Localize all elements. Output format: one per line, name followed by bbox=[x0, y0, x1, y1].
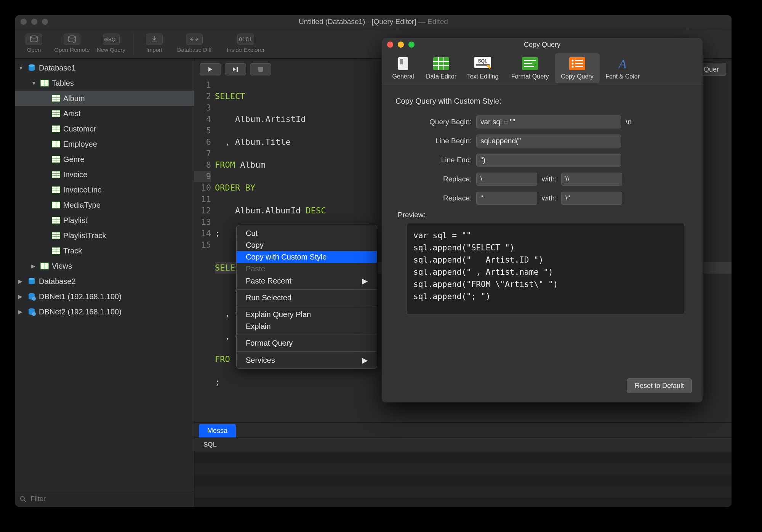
label-with: with: bbox=[542, 194, 557, 202]
svg-rect-28 bbox=[524, 66, 534, 67]
filter-input[interactable] bbox=[30, 495, 189, 503]
menu-paste: Paste bbox=[237, 263, 377, 275]
menu-copy[interactable]: Copy bbox=[237, 239, 377, 251]
input-replace2-from[interactable] bbox=[476, 192, 537, 205]
database-icon bbox=[26, 34, 42, 45]
tree-item-dbnet1[interactable]: ▶ DBNet1 (192.168.1.100) bbox=[15, 289, 194, 304]
svg-rect-16 bbox=[400, 59, 403, 64]
run-button[interactable] bbox=[200, 63, 221, 75]
tree-item-table-genre[interactable]: Genre bbox=[15, 152, 194, 167]
menu-copy-custom-style[interactable]: Copy with Custom Style bbox=[237, 251, 377, 263]
menu-explain-query-plan[interactable]: Explain Query Plan bbox=[237, 309, 377, 320]
open-remote-button[interactable]: Open Remote bbox=[51, 34, 93, 53]
menu-services[interactable]: Services▶ bbox=[237, 354, 377, 366]
tree-item-table-track[interactable]: Track bbox=[15, 243, 194, 258]
label-replace: Replace: bbox=[395, 194, 472, 202]
result-header-sql: SQL bbox=[194, 437, 732, 452]
minimize-icon[interactable] bbox=[31, 19, 37, 25]
tree-item-database1[interactable]: ▼ Database1 bbox=[15, 60, 194, 75]
input-query-begin[interactable] bbox=[476, 115, 621, 128]
svg-point-6 bbox=[29, 278, 35, 280]
menu-separator bbox=[237, 306, 377, 306]
tree-item-table-playlisttrack[interactable]: PlaylistTrack bbox=[15, 228, 194, 243]
input-line-begin[interactable] bbox=[476, 135, 621, 147]
row-line-end: Line End: bbox=[395, 154, 689, 167]
menu-format-query[interactable]: Format Query bbox=[237, 337, 377, 349]
run-step-button[interactable] bbox=[225, 63, 246, 75]
sql-text: SQL bbox=[108, 37, 118, 42]
menu-run-selected[interactable]: Run Selected bbox=[237, 292, 377, 304]
svg-point-10 bbox=[32, 312, 36, 316]
tab-font-color[interactable]: A Font & Color bbox=[600, 53, 645, 83]
svg-rect-33 bbox=[575, 60, 583, 61]
svg-point-30 bbox=[572, 59, 574, 61]
tree-item-table-invoice[interactable]: Invoice bbox=[15, 167, 194, 182]
window-title-main: Untitled (Database1) - [Query Editor] bbox=[299, 18, 416, 26]
sql-edit-icon: SQL bbox=[474, 56, 491, 71]
table-icon bbox=[52, 217, 60, 224]
menu-explain[interactable]: Explain bbox=[237, 320, 377, 332]
tree-item-dbnet2[interactable]: ▶ DBNet2 (192.168.1.100) bbox=[15, 304, 194, 319]
svg-point-1 bbox=[69, 36, 75, 38]
table-icon bbox=[52, 186, 60, 193]
reset-button[interactable]: Reset to Default bbox=[627, 378, 692, 393]
sidebar: ▼ Database1 ▼ Tables Album Artist Custom… bbox=[15, 59, 194, 507]
svg-text:SQL: SQL bbox=[478, 58, 488, 64]
tree-item-tables[interactable]: ▼ Tables bbox=[15, 75, 194, 91]
table-icon bbox=[52, 171, 60, 178]
line-gutter: 123456789101112131415 bbox=[194, 79, 215, 422]
tree-item-table-mediatype[interactable]: MediaType bbox=[15, 197, 194, 213]
input-replace1-from[interactable] bbox=[476, 173, 537, 186]
prefs-heading: Copy Query with Custom Style: bbox=[395, 97, 689, 106]
menu-separator bbox=[237, 289, 377, 290]
tree-item-database2[interactable]: ▶ Database2 bbox=[15, 274, 194, 289]
tree-item-table-employee[interactable]: Employee bbox=[15, 136, 194, 152]
database-diff-button[interactable]: Database Diff bbox=[171, 34, 217, 53]
tab-messages[interactable]: Messa bbox=[199, 424, 236, 437]
open-button[interactable]: Open bbox=[21, 34, 47, 53]
tree-item-views[interactable]: ▶ Views bbox=[15, 258, 194, 274]
diff-icon bbox=[186, 34, 203, 45]
tree-label: Database2 bbox=[39, 277, 76, 286]
database-remote-icon bbox=[64, 34, 80, 45]
chevron-down-icon: ▼ bbox=[31, 80, 37, 86]
traffic-lights bbox=[21, 19, 48, 25]
menu-cut[interactable]: Cut bbox=[237, 228, 377, 239]
tree-item-table-playlist[interactable]: Playlist bbox=[15, 213, 194, 228]
label-line-begin: Line Begin: bbox=[395, 137, 472, 145]
tree-label: Tables bbox=[52, 79, 74, 88]
input-line-end[interactable] bbox=[476, 154, 621, 167]
input-replace2-to[interactable] bbox=[561, 192, 622, 205]
list-icon bbox=[569, 56, 586, 71]
tree-label: DBNet1 (192.168.1.100) bbox=[39, 292, 122, 301]
input-replace1-to[interactable] bbox=[561, 173, 622, 186]
label-query-begin: Query Begin: bbox=[395, 118, 472, 126]
switch-icon bbox=[395, 56, 411, 71]
tab-text-editing[interactable]: SQL Text Editing bbox=[460, 53, 505, 83]
tab-format-query[interactable]: Format Query bbox=[505, 53, 555, 83]
stop-button[interactable] bbox=[250, 63, 271, 75]
maximize-icon[interactable] bbox=[42, 19, 48, 25]
svg-rect-35 bbox=[575, 66, 583, 67]
tab-data-editor[interactable]: Data Editor bbox=[422, 53, 460, 83]
import-icon bbox=[146, 34, 163, 45]
table-icon bbox=[52, 110, 60, 117]
tree-item-table-invoiceline[interactable]: InvoiceLine bbox=[15, 182, 194, 197]
import-button[interactable]: Import bbox=[141, 34, 168, 53]
tree-item-table-artist[interactable]: Artist bbox=[15, 106, 194, 121]
tab-general[interactable]: General bbox=[384, 53, 422, 83]
row-replace-2: Replace: with: bbox=[395, 192, 689, 205]
close-icon[interactable] bbox=[21, 19, 27, 25]
tree-item-table-album[interactable]: Album bbox=[15, 91, 194, 106]
chevron-right-icon: ▶ bbox=[362, 356, 368, 365]
tab-copy-query[interactable]: Copy Query bbox=[555, 53, 600, 83]
menu-paste-recent[interactable]: Paste Recent▶ bbox=[237, 275, 377, 287]
new-query-button[interactable]: ⊕SQL New Query bbox=[97, 34, 125, 53]
tree-label: Genre bbox=[63, 155, 85, 164]
row-line-begin: Line Begin: bbox=[395, 135, 689, 147]
table-icon bbox=[52, 247, 60, 254]
inside-explorer-button[interactable]: 0101 Inside Explorer bbox=[221, 34, 271, 53]
tree-item-table-customer[interactable]: Customer bbox=[15, 121, 194, 136]
format-icon bbox=[522, 56, 538, 71]
window-title-suffix: — Edited bbox=[416, 18, 448, 26]
